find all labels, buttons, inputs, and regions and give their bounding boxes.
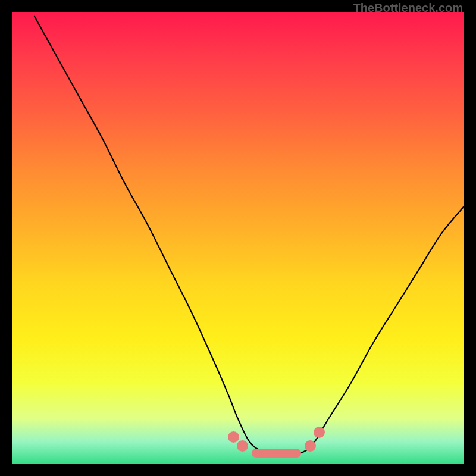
outer-frame: TheBottleneck.com (0, 0, 476, 476)
valley-pill (252, 449, 302, 458)
valley-marker (228, 431, 239, 443)
bottleneck-curve (12, 12, 464, 464)
plot-area (12, 12, 464, 464)
